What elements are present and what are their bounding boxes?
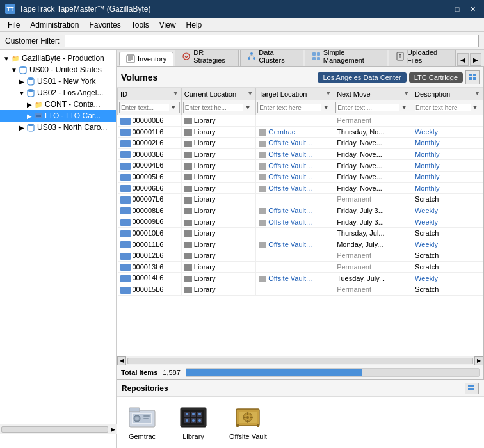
table-row[interactable]: 000014L6LibraryOffsite Vault...Tuesday, … [118, 273, 483, 284]
cell-target-location: Offsite Vault... [256, 205, 334, 216]
table-row[interactable]: 000013L6LibraryPermanentScratch [118, 261, 483, 273]
tab-nav-right[interactable]: ▶ [470, 53, 481, 66]
tab-uploaded-files[interactable]: Uploaded Files [389, 50, 455, 66]
filter-next-input[interactable] [337, 104, 399, 111]
table-row[interactable]: 000011L6LibraryOffsite Vault...Monday, J… [118, 239, 483, 250]
tree-item-label: GazillaByte - Production [22, 54, 104, 63]
table-row[interactable]: 000001L6LibraryGemtracThursday, No...Wee… [118, 126, 483, 138]
tab-dr-strategies[interactable]: DR Strategies [175, 50, 239, 66]
customer-filter-input[interactable] [65, 35, 479, 47]
tree-item-root[interactable]: ▼ 📁 GazillaByte - Production [0, 52, 116, 64]
table-row[interactable]: 000010L6LibraryThursday, Jul...Scratch [118, 227, 483, 239]
tree-item-us03[interactable]: ▶ US03 - North Caro... [0, 122, 116, 133]
repo-gemtrac[interactable]: Gemtrac [127, 404, 157, 440]
cell-next-move: Friday, Nove... [334, 182, 412, 194]
tree-expand-icon[interactable]: ▶ [26, 112, 33, 120]
filter-next-btn[interactable]: ▼ [399, 103, 408, 112]
col-target-location[interactable]: Target Location ▼ [256, 88, 334, 100]
tree-item-label: CONT - Conta... [45, 100, 100, 109]
menu-file[interactable]: File [3, 19, 25, 31]
table-row[interactable]: 000007L6LibraryPermanentScratch [118, 194, 483, 205]
total-items-label: Total Items [121, 369, 157, 376]
col-id[interactable]: ID ▼ [118, 88, 182, 100]
tree-item-us00[interactable]: ▼ US00 - United States [0, 64, 116, 76]
tree-item-label: US03 - North Caro... [37, 123, 107, 132]
volumes-area: Volumes Los Angeles Data Center LTC Cart… [117, 67, 484, 380]
tab-nav-left[interactable]: ◀ [457, 53, 469, 66]
menu-tools[interactable]: Tools [126, 19, 154, 31]
filter-desc-btn[interactable]: ▼ [471, 103, 480, 112]
table-row[interactable]: 000012L6LibraryPermanentScratch [118, 250, 483, 262]
svg-rect-30 [471, 388, 474, 390]
cell-next-move: Permanent [334, 284, 412, 295]
tree-expand-icon[interactable]: ▼ [18, 89, 26, 97]
menu-help[interactable]: Help [181, 19, 207, 31]
maximize-button[interactable]: □ [451, 4, 464, 14]
tree-expand-icon[interactable]: ▶ [18, 124, 26, 131]
table-row[interactable]: 000004L6LibraryOffsite Vault...Friday, N… [118, 160, 483, 172]
filter-current-input[interactable] [185, 104, 243, 111]
repositories-section: Repositories [117, 380, 484, 448]
status-bar: Total Items 1,587 [117, 365, 483, 379]
tree-scroll-right-btn[interactable]: ▶ [109, 426, 117, 433]
tree-item-cont[interactable]: ▶ 📁 CONT - Conta... [0, 99, 116, 110]
table-container[interactable]: ID ▼ Current Location ▼ Target Location … [117, 88, 483, 356]
table-row[interactable]: 000015L6LibraryPermanentScratch [118, 284, 483, 295]
tree-scrollbar[interactable] [1, 426, 108, 433]
tree-expand-icon[interactable]: ▼ [3, 54, 10, 62]
tree-item-us02[interactable]: ▼ US02 - Los Angel... [0, 87, 116, 99]
hscroll-left-btn[interactable]: ◀ [117, 356, 126, 365]
tab-simple-management[interactable]: Simple Management [305, 50, 387, 66]
col-next-move[interactable]: Next Move ▼ [334, 88, 412, 100]
tree-expand-icon[interactable]: ▶ [18, 77, 26, 85]
svg-rect-58 [243, 417, 246, 418]
table-row[interactable]: 000009L6LibraryOffsite Vault...Friday, J… [118, 216, 483, 228]
repo-library[interactable]: Library [178, 404, 209, 440]
hscroll-right-btn[interactable]: ▶ [474, 356, 483, 365]
filter-target-btn[interactable]: ▼ [321, 103, 330, 112]
tree-expand-icon[interactable]: ▶ [26, 100, 33, 108]
menu-view[interactable]: View [154, 19, 181, 31]
close-button[interactable]: ✕ [466, 4, 479, 14]
filter-id-wrapper: ▼ [119, 102, 180, 113]
library-icon [178, 404, 209, 430]
cell-target-location [256, 261, 334, 273]
svg-point-49 [198, 413, 201, 415]
svg-line-16 [252, 55, 254, 57]
filter-desc-input[interactable] [415, 104, 471, 111]
volumes-view-btn[interactable] [465, 70, 480, 84]
filter-id-btn[interactable]: ▼ [169, 103, 178, 112]
col-description[interactable]: Description ▼ [412, 88, 483, 100]
filter-id-input[interactable] [121, 104, 169, 111]
filter-current-btn[interactable]: ▼ [243, 103, 252, 112]
tree-item-us01[interactable]: ▶ US01 - New York [0, 76, 116, 87]
cell-description: Weekly [412, 205, 483, 216]
hscrollbar[interactable] [127, 358, 473, 364]
tab-data-clusters[interactable]: Data Clusters [240, 50, 303, 66]
cell-target-location: Offsite Vault... [256, 239, 334, 250]
repo-offsite-vault[interactable]: Offsite Vault [229, 404, 267, 440]
col-current-location[interactable]: Current Location ▼ [181, 88, 255, 100]
table-row[interactable]: 000002L6LibraryOffsite Vault...Friday, N… [118, 138, 483, 149]
cell-id: 000009L6 [118, 216, 182, 228]
filter-target-input[interactable] [259, 104, 321, 111]
tree-item-lto[interactable]: ▶ LTO - LTO Car... [0, 110, 116, 122]
table-row[interactable]: 000005L6LibraryOffsite Vault...Friday, N… [118, 171, 483, 182]
table-row[interactable]: 000000L6LibraryPermanent [118, 115, 483, 127]
app-icon: TT [5, 4, 15, 14]
table-row[interactable]: 000003L6LibraryOffsite Vault...Friday, N… [118, 148, 483, 160]
tree-expand-icon[interactable]: ▼ [10, 66, 18, 74]
menu-administration[interactable]: Administration [25, 19, 84, 31]
cell-target-location: Offsite Vault... [256, 273, 334, 284]
table-row[interactable]: 000008L6LibraryOffsite Vault...Friday, J… [118, 205, 483, 216]
repositories-btn[interactable] [465, 383, 479, 394]
table-row[interactable]: 000006L6LibraryOffsite Vault...Friday, N… [118, 182, 483, 194]
minimize-button[interactable]: – [435, 4, 448, 14]
cell-description: Weekly [412, 273, 483, 284]
filter-desc-wrapper: ▼ [414, 102, 481, 113]
cell-next-move: Friday, Nove... [334, 171, 412, 182]
database-icon [26, 76, 36, 86]
cell-next-move: Friday, July 3... [334, 216, 412, 228]
tab-inventory[interactable]: Inventory [119, 52, 173, 66]
menu-favorites[interactable]: Favorites [84, 19, 125, 31]
